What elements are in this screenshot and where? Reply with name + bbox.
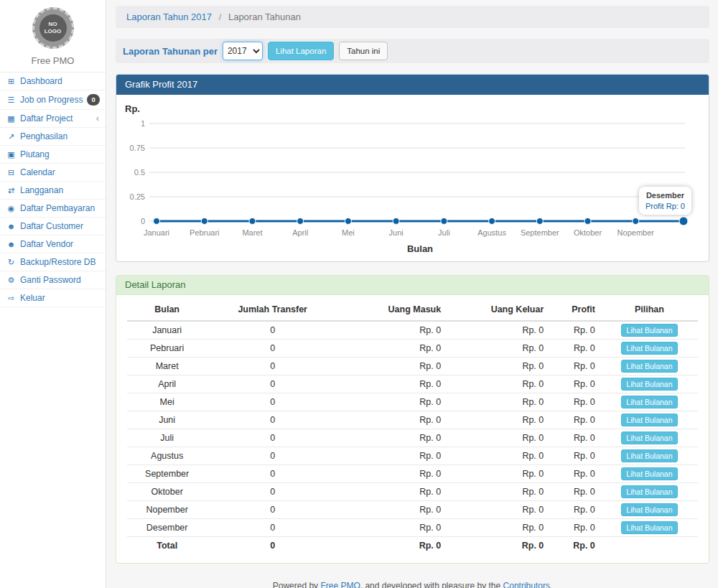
sidebar-item-keluar[interactable]: ⇨Keluar [0, 289, 106, 307]
x-tick-label: Januari [144, 228, 169, 237]
customers-icon: ☻ [6, 221, 16, 231]
chart-point-pebruari[interactable] [201, 218, 208, 225]
chart-point-april[interactable] [297, 218, 304, 225]
lihat-bulanan-button-juni[interactable]: Lihat Bulanan [621, 414, 677, 426]
column-header-uang-keluar: Uang Keluar [447, 299, 549, 321]
breadcrumb-link-laporan-tahun[interactable]: Laporan Tahun 2017 [126, 11, 212, 22]
chart-point-desember[interactable] [679, 217, 688, 225]
sidebar-item-penghasilan[interactable]: ↗Penghasilan [0, 128, 106, 146]
chevron-left-icon: ‹ [96, 115, 99, 122]
cell-bulan: Pebruari [127, 340, 207, 358]
cell-profit: Rp. 0 [549, 447, 601, 465]
cell-uang-masuk: Rp. 0 [338, 483, 447, 501]
chart-point-maret[interactable] [249, 218, 256, 225]
lihat-bulanan-button-januari[interactable]: Lihat Bulanan [621, 324, 677, 337]
sidebar-item-daftar-customer[interactable]: ☻Daftar Customer [0, 218, 106, 235]
cell-jumlah-transfer: 0 [207, 483, 338, 501]
table-row: Maret0Rp. 0Rp. 0Rp. 0Lihat Bulanan [127, 358, 698, 375]
cell-pilihan: Lihat Bulanan [601, 501, 698, 519]
cell-bulan: Juni [127, 411, 207, 429]
table-row: Nopember0Rp. 0Rp. 0Rp. 0Lihat Bulanan [127, 501, 698, 519]
brand-name: Free PMO [0, 55, 106, 66]
table-row: Januari0Rp. 0Rp. 0Rp. 0Lihat Bulanan [127, 321, 698, 340]
lock-icon: ⚙ [6, 275, 16, 285]
chart-point-agustus[interactable] [489, 218, 495, 225]
sidebar-item-label: Piutang [20, 149, 50, 159]
x-tick-label: Nopember [617, 228, 655, 237]
cell-uang-keluar: Rp. 0 [447, 321, 549, 340]
lihat-bulanan-button-agustus[interactable]: Lihat Bulanan [621, 449, 677, 462]
cell-uang-masuk: Rp. 0 [338, 340, 447, 358]
cell-pilihan: Lihat Bulanan [601, 519, 698, 537]
cell-jumlah-transfer: 0 [207, 358, 338, 375]
cell-jumlah-transfer: 0 [207, 411, 338, 429]
footer-freepmo-link[interactable]: Free PMO [320, 581, 360, 588]
sidebar-item-job-on-progress[interactable]: ☰Job on Progress0 [0, 90, 106, 110]
lihat-bulanan-button-oktober[interactable]: Lihat Bulanan [621, 485, 677, 498]
cell-bulan: Maret [127, 358, 207, 375]
cell-pilihan: Lihat Bulanan [601, 429, 698, 447]
table-row: Oktober0Rp. 0Rp. 0Rp. 0Lihat Bulanan [127, 483, 698, 501]
sidebar-item-dashboard[interactable]: ⊞Dashboard [0, 73, 106, 90]
lihat-laporan-button[interactable]: Lihat Laporan [268, 42, 334, 60]
subscription-icon: ⇄ [6, 185, 16, 195]
logo-block: NO LOGO Free PMO [0, 0, 106, 73]
detail-table-wrap: BulanJumlah TransferUang MasukUang Kelua… [116, 295, 709, 563]
sidebar-item-langganan[interactable]: ⇄Langganan [0, 182, 106, 200]
lihat-bulanan-button-maret[interactable]: Lihat Bulanan [621, 360, 677, 373]
lihat-bulanan-button-nopember[interactable]: Lihat Bulanan [621, 503, 677, 516]
cell-uang-masuk: Rp. 0 [338, 537, 447, 555]
sidebar-item-backup-restore-db[interactable]: ↻Backup/Restore DB [0, 253, 106, 271]
chart-point-nopember[interactable] [633, 218, 639, 225]
sidebar: NO LOGO Free PMO ⊞Dashboard☰Job on Progr… [0, 0, 106, 588]
breadcrumb-current: Laporan Tahunan [228, 11, 301, 22]
cell-uang-masuk: Rp. 0 [338, 447, 447, 465]
x-tick-label: Oktober [574, 228, 602, 237]
chart-point-juni[interactable] [393, 218, 399, 225]
cell-jumlah-transfer: 0 [207, 321, 338, 340]
sidebar-item-calendar[interactable]: ⊟Calendar [0, 164, 106, 182]
lihat-bulanan-button-september[interactable]: Lihat Bulanan [621, 467, 677, 480]
profit-chart-panel: Grafik Profit 2017 Rp.10.750.50.250Janua… [116, 74, 709, 262]
cell-profit: Rp. 0 [549, 501, 601, 519]
chart-point-juli[interactable] [441, 218, 447, 225]
sidebar-item-label: Daftar Project [20, 113, 73, 123]
lihat-bulanan-button-desember[interactable]: Lihat Bulanan [621, 521, 677, 534]
total-row: Total0Rp. 0Rp. 0Rp. 0 [127, 537, 698, 555]
chart-tooltip: Desember Profit Rp: 0 [639, 187, 691, 215]
cell-pilihan: Lihat Bulanan [601, 340, 698, 358]
no-logo-text: NO LOGO [39, 14, 67, 42]
sidebar-item-piutang[interactable]: ▣Piutang [0, 146, 106, 164]
year-select[interactable]: 2017 [223, 42, 263, 60]
cell-pilihan: Lihat Bulanan [601, 411, 698, 429]
cell-bulan: Desember [127, 519, 207, 537]
sidebar-item-daftar-project[interactable]: ▦Daftar Project‹ [0, 110, 106, 128]
chart-point-januari[interactable] [154, 218, 160, 225]
no-logo-badge: NO LOGO [32, 7, 74, 49]
dashboard-icon: ⊞ [6, 76, 16, 86]
sidebar-item-daftar-pembayaran[interactable]: ◉Daftar Pembayaran [0, 200, 106, 218]
chart-point-september[interactable] [536, 218, 543, 225]
cell-uang-masuk: Rp. 0 [338, 393, 447, 411]
cell-pilihan [601, 537, 698, 555]
chart-area: Rp.10.750.50.250JanuariPebruariMaretApri… [116, 95, 709, 261]
sidebar-item-label: Job on Progress [20, 95, 83, 105]
lihat-bulanan-button-juli[interactable]: Lihat Bulanan [621, 431, 677, 444]
cell-bulan: Total [127, 537, 207, 555]
cell-pilihan: Lihat Bulanan [601, 358, 698, 375]
column-header-jumlah-transfer: Jumlah Transfer [207, 299, 338, 321]
cell-bulan: September [127, 465, 207, 483]
cell-profit: Rp. 0 [549, 519, 601, 537]
chart-point-oktober[interactable] [584, 218, 591, 225]
y-tick-label: 0.75 [130, 144, 145, 152]
lihat-bulanan-button-mei[interactable]: Lihat Bulanan [621, 396, 677, 409]
report-toolbar: Laporan Tahunan per 2017 Lihat Laporan T… [116, 39, 709, 63]
sidebar-item-daftar-vendor[interactable]: ☻Daftar Vendor [0, 235, 106, 253]
sidebar-item-ganti-password[interactable]: ⚙Ganti Password [0, 271, 106, 289]
tahun-ini-button[interactable]: Tahun ini [339, 42, 388, 60]
cell-jumlah-transfer: 0 [207, 537, 338, 555]
footer-contributors-link[interactable]: Contributors [503, 581, 550, 588]
lihat-bulanan-button-april[interactable]: Lihat Bulanan [621, 378, 677, 391]
chart-point-mei[interactable] [345, 218, 351, 225]
lihat-bulanan-button-pebruari[interactable]: Lihat Bulanan [621, 342, 677, 355]
